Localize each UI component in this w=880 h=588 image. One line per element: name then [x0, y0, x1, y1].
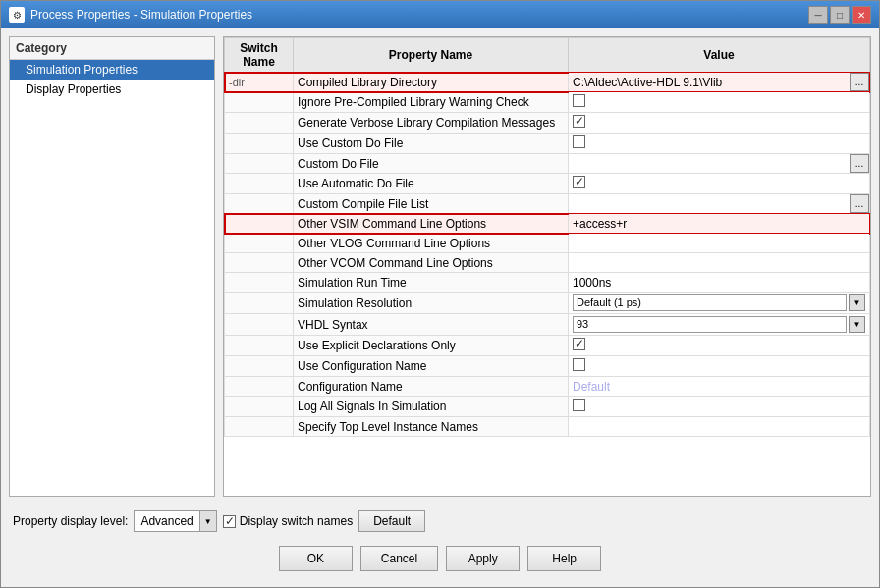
value-cell[interactable]: 93▼	[569, 314, 870, 336]
switch-cell	[225, 113, 294, 134]
switch-cell	[225, 92, 294, 113]
property-name-cell: Other VLOG Command Line Options	[294, 234, 569, 253]
dropdown-cell[interactable]: Default (1 ps)▼	[573, 294, 865, 311]
content-area: Category Simulation Properties Display P…	[1, 28, 879, 587]
browse-button[interactable]: ...	[850, 73, 869, 91]
level-dropdown-arrow[interactable]: ▼	[199, 511, 216, 531]
table-row[interactable]: VHDL Syntax93▼	[225, 314, 870, 336]
minimize-button[interactable]: ─	[808, 6, 828, 24]
property-name-cell: Configuration Name	[294, 377, 569, 397]
value-cell[interactable]	[569, 92, 870, 113]
level-dropdown[interactable]: Advanced ▼	[134, 510, 216, 532]
apply-button[interactable]: Apply	[446, 546, 520, 571]
table-row[interactable]: Generate Verbose Library Compilation Mes…	[225, 113, 870, 134]
display-switch-checkbox[interactable]	[223, 515, 236, 528]
table-row[interactable]: Custom Do File...	[225, 154, 870, 174]
close-button[interactable]: ✕	[852, 6, 871, 24]
switch-cell	[225, 214, 294, 234]
property-checkbox[interactable]	[573, 358, 585, 371]
table-row[interactable]: Simulation Run Time1000ns	[225, 273, 870, 293]
action-buttons-row: OK Cancel Apply Help	[9, 546, 871, 579]
table-row[interactable]: Use Configuration Name	[225, 356, 870, 377]
value-cell[interactable]	[569, 174, 870, 194]
property-name-cell: Use Custom Do File	[294, 134, 569, 154]
property-name-cell: Specify Top Level Instance Names	[294, 417, 569, 437]
value-cell[interactable]: C:\Aldec\Active-HDL 9.1\Vlib...	[569, 73, 870, 92]
property-checkbox[interactable]	[573, 94, 585, 107]
table-row[interactable]: Other VCOM Command Line Options	[225, 253, 870, 273]
category-panel: Category Simulation Properties Display P…	[9, 36, 215, 497]
dropdown-cell[interactable]: 93▼	[573, 316, 865, 333]
switch-cell	[225, 194, 294, 214]
properties-panel: Switch Name Property Name Value -dirComp…	[223, 36, 871, 497]
property-checkbox[interactable]	[573, 135, 585, 148]
switch-cell	[225, 174, 294, 194]
table-row[interactable]: Ignore Pre-Compiled Library Warning Chec…	[225, 92, 870, 113]
value-cell[interactable]	[569, 336, 870, 356]
table-row[interactable]: Other VLOG Command Line Options	[225, 234, 870, 253]
value-cell[interactable]: Default	[569, 377, 870, 397]
browse-button[interactable]: ...	[850, 154, 869, 173]
dropdown-arrow[interactable]: ▼	[849, 316, 865, 333]
level-dropdown-value: Advanced	[135, 512, 198, 530]
sidebar-item-simulation[interactable]: Simulation Properties	[10, 60, 214, 80]
maximize-button[interactable]: □	[830, 6, 850, 24]
table-row[interactable]: Configuration NameDefault	[225, 377, 870, 397]
value-cell	[569, 417, 870, 437]
property-checkbox[interactable]	[573, 176, 585, 188]
sidebar-item-display[interactable]: Display Properties	[10, 80, 214, 99]
config-name-value: Default	[573, 380, 610, 394]
property-checkbox[interactable]	[573, 338, 585, 350]
browse-button[interactable]: ...	[850, 194, 869, 213]
property-name-cell: Custom Compile File List	[294, 194, 569, 214]
property-name-cell: Use Automatic Do File	[294, 174, 569, 194]
switch-cell: -dir	[225, 73, 294, 92]
table-row[interactable]: -dirCompiled Library DirectoryC:\Aldec\A…	[225, 73, 870, 92]
property-name-cell: Custom Do File	[294, 154, 569, 174]
value-cell[interactable]	[569, 356, 870, 377]
col-header-value: Value	[569, 38, 870, 73]
property-checkbox[interactable]	[573, 115, 585, 128]
value-cell[interactable]	[569, 113, 870, 134]
table-row[interactable]: Specify Top Level Instance Names	[225, 417, 870, 437]
switch-cell	[225, 253, 294, 273]
display-switch-check[interactable]: Display switch names	[223, 514, 353, 528]
switch-cell	[225, 377, 294, 397]
property-name-cell: Simulation Resolution	[294, 293, 569, 314]
table-row[interactable]: Use Custom Do File	[225, 134, 870, 154]
table-row[interactable]: Simulation ResolutionDefault (1 ps)▼	[225, 293, 870, 314]
ok-button[interactable]: OK	[279, 546, 353, 571]
property-text-value: C:\Aldec\Active-HDL 9.1\Vlib	[573, 76, 722, 89]
help-button[interactable]: Help	[527, 546, 601, 571]
property-name-cell: Other VSIM Command Line Options	[294, 214, 569, 234]
value-cell[interactable]: ...	[569, 194, 870, 214]
property-checkbox[interactable]	[573, 399, 585, 411]
value-cell[interactable]	[569, 397, 870, 417]
property-name-cell: Use Explicit Declarations Only	[294, 336, 569, 356]
table-row[interactable]: Custom Compile File List...	[225, 194, 870, 214]
window-icon: ⚙	[9, 7, 25, 23]
value-cell	[569, 253, 870, 273]
properties-table: Switch Name Property Name Value -dirComp…	[224, 37, 870, 437]
table-row[interactable]: Other VSIM Command Line Options+access+r	[225, 214, 870, 234]
dropdown-value: Default (1 ps)	[573, 294, 847, 311]
property-name-cell: Other VCOM Command Line Options	[294, 253, 569, 273]
value-cell: +access+r	[569, 214, 870, 234]
cancel-button[interactable]: Cancel	[360, 546, 438, 571]
title-buttons: ─ □ ✕	[808, 6, 871, 24]
table-row[interactable]: Use Automatic Do File	[225, 174, 870, 194]
property-name-cell: Compiled Library Directory	[294, 73, 569, 92]
switch-cell	[225, 134, 294, 154]
value-cell[interactable]: ...	[569, 154, 870, 174]
window-title: Process Properties - Simulation Properti…	[30, 8, 252, 22]
table-row[interactable]: Use Explicit Declarations Only	[225, 336, 870, 356]
switch-cell	[225, 356, 294, 377]
bottom-bar: Property display level: Advanced ▼ Displ…	[9, 505, 871, 538]
table-row[interactable]: Log All Signals In Simulation	[225, 397, 870, 417]
value-cell[interactable]	[569, 134, 870, 154]
value-cell[interactable]: Default (1 ps)▼	[569, 293, 870, 314]
default-button[interactable]: Default	[358, 510, 425, 532]
dropdown-arrow[interactable]: ▼	[849, 294, 865, 311]
switch-cell	[225, 397, 294, 417]
title-bar: ⚙ Process Properties - Simulation Proper…	[1, 1, 879, 28]
